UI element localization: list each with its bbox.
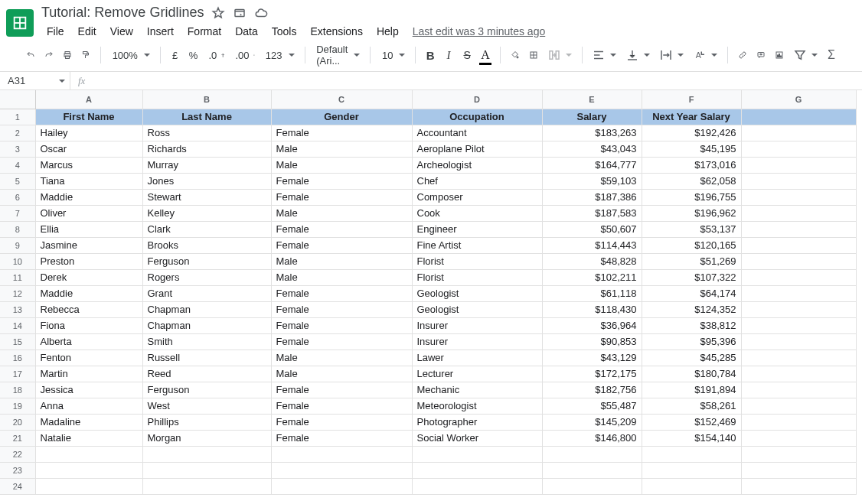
cell[interactable] (741, 414, 856, 430)
row-header[interactable]: 9 (0, 237, 35, 253)
menu-help[interactable]: Help (371, 22, 404, 41)
cell[interactable] (741, 478, 856, 494)
merge-button[interactable] (543, 48, 576, 62)
cell[interactable] (542, 462, 642, 478)
wrap-button[interactable] (655, 48, 688, 62)
cell[interactable] (35, 478, 142, 494)
cell[interactable]: Clark (142, 221, 271, 237)
cell[interactable]: Geologist (412, 301, 542, 317)
cell[interactable]: Male (271, 350, 412, 366)
cell[interactable] (741, 189, 856, 205)
cell[interactable] (642, 478, 741, 494)
col-header[interactable]: F (642, 90, 741, 109)
cell[interactable]: Stewart (142, 189, 271, 205)
menu-extensions[interactable]: Extensions (305, 22, 367, 41)
row-header[interactable]: 6 (0, 189, 35, 205)
cell[interactable]: Jasmine (35, 237, 142, 253)
cell[interactable] (741, 333, 856, 350)
cell[interactable]: Geologist (412, 285, 542, 301)
menu-view[interactable]: View (105, 22, 139, 41)
cell[interactable]: $118,430 (542, 301, 642, 317)
cell[interactable]: $62,058 (642, 173, 741, 189)
cell[interactable]: $61,118 (542, 285, 642, 301)
cell[interactable]: $152,469 (642, 414, 741, 430)
cell[interactable]: Hailey (35, 125, 142, 141)
cell[interactable] (35, 446, 142, 462)
link-button[interactable] (733, 44, 752, 66)
cell[interactable]: $59,103 (542, 173, 642, 189)
cell[interactable]: Female (271, 430, 412, 446)
cell[interactable]: $180,784 (642, 366, 741, 382)
filter-button[interactable] (789, 48, 822, 62)
cell[interactable]: Richards (142, 141, 271, 157)
cell[interactable]: $191,894 (642, 382, 741, 398)
cell[interactable]: Natalie (35, 430, 142, 446)
row-header[interactable]: 23 (0, 462, 35, 478)
cell[interactable]: $164,777 (542, 157, 642, 173)
cell[interactable]: $43,129 (542, 350, 642, 366)
cell[interactable] (741, 462, 856, 478)
row-header[interactable]: 2 (0, 125, 35, 141)
row-header[interactable]: 17 (0, 366, 35, 382)
cell[interactable]: Maddie (35, 189, 142, 205)
cell[interactable]: Ellia (35, 221, 142, 237)
cell[interactable]: Jones (142, 173, 271, 189)
cell[interactable]: $187,583 (542, 205, 642, 221)
increase-decimal-button[interactable]: .00 (229, 44, 259, 66)
cell[interactable]: Aeroplane Pilot (412, 141, 542, 157)
cell[interactable]: Florist (412, 269, 542, 285)
cell[interactable]: Cook (412, 205, 542, 221)
cell[interactable]: Female (271, 301, 412, 317)
currency-button[interactable]: £ (166, 44, 184, 66)
cell[interactable]: Next Year Salary (642, 109, 741, 125)
row-header[interactable]: 24 (0, 478, 35, 494)
cell[interactable]: First Name (35, 109, 142, 125)
decrease-decimal-button[interactable]: .0 (203, 44, 230, 66)
cell[interactable]: Chapman (142, 317, 271, 333)
valign-button[interactable] (621, 48, 655, 62)
cell[interactable] (741, 205, 856, 221)
cell[interactable]: $45,285 (642, 350, 741, 366)
cell[interactable] (741, 125, 856, 141)
cell[interactable]: $192,426 (642, 125, 741, 141)
cell[interactable]: Female (271, 382, 412, 398)
cell[interactable]: Oliver (35, 205, 142, 221)
more-formats-combo[interactable]: 123 (260, 50, 299, 61)
cell[interactable]: $36,964 (542, 317, 642, 333)
cell[interactable]: Female (271, 398, 412, 414)
cell[interactable]: Grant (142, 285, 271, 301)
cell[interactable]: $45,195 (642, 141, 741, 157)
font-combo[interactable]: Default (Ari... (310, 44, 364, 67)
zoom-combo[interactable]: 100% (106, 50, 155, 61)
cell[interactable]: $120,165 (642, 237, 741, 253)
cell[interactable]: Female (271, 125, 412, 141)
cell[interactable]: Alberta (35, 333, 142, 350)
sheets-logo[interactable] (6, 9, 34, 37)
cell[interactable] (741, 157, 856, 173)
cell[interactable]: Male (271, 269, 412, 285)
row-header[interactable]: 20 (0, 414, 35, 430)
col-header[interactable]: B (142, 90, 271, 109)
row-header[interactable]: 19 (0, 398, 35, 414)
font-size-combo[interactable]: 10 (376, 50, 410, 61)
cell[interactable] (412, 462, 542, 478)
cell[interactable]: $43,043 (542, 141, 642, 157)
row-header[interactable]: 10 (0, 253, 35, 269)
col-header[interactable]: D (412, 90, 542, 109)
cell[interactable] (142, 462, 271, 478)
cell[interactable]: Female (271, 221, 412, 237)
cell[interactable]: Male (271, 205, 412, 221)
cell[interactable]: Smith (142, 333, 271, 350)
cell[interactable]: $48,828 (542, 253, 642, 269)
cell[interactable] (741, 382, 856, 398)
cell[interactable]: Chef (412, 173, 542, 189)
row-header[interactable]: 8 (0, 221, 35, 237)
menu-file[interactable]: File (41, 22, 70, 41)
cell[interactable]: Ferguson (142, 253, 271, 269)
cell[interactable]: Mechanic (412, 382, 542, 398)
cell[interactable]: Rogers (142, 269, 271, 285)
cell[interactable] (35, 462, 142, 478)
cell[interactable]: $50,607 (542, 221, 642, 237)
menu-tools[interactable]: Tools (266, 22, 302, 41)
cell[interactable] (642, 446, 741, 462)
